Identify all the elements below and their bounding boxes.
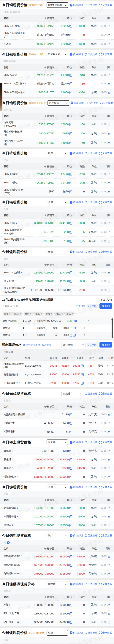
yen-detail-icon[interactable]: ¥ [70, 334, 72, 336]
yen-detail-icon[interactable]: ¥ [81, 373, 84, 376]
category-select[interactable]: 金属 [47, 484, 68, 490]
info-icon[interactable]: i [21, 564, 21, 566]
filter-chip[interactable]: 价格 [45, 312, 54, 316]
info-icon[interactable]: i [17, 515, 18, 518]
plus-detail-icon[interactable]: + [76, 320, 79, 322]
fullscreen-button[interactable]: 全屏 [87, 342, 98, 347]
yen-detail-icon[interactable]: ¥ [69, 467, 72, 470]
yen-detail-icon[interactable]: ¥ [70, 327, 72, 330]
history-chart-icon[interactable] [108, 555, 111, 558]
history-action[interactable]: 历史价格 [85, 53, 97, 56]
yen-detail-icon[interactable]: ¥ [69, 458, 72, 461]
yen-detail-icon[interactable]: ¥ [69, 612, 72, 615]
fullscreen-action[interactable]: 全屏查看 [99, 631, 112, 634]
yen-detail-icon[interactable]: ¥ [69, 123, 72, 126]
info-icon[interactable]: i [12, 458, 13, 461]
category-select[interactable]: 原材料 [47, 582, 68, 587]
history-chart-icon[interactable] [108, 240, 111, 242]
category-select[interactable]: 电解铝价格 [47, 52, 68, 57]
section-link[interactable]: 废铜企业报价 [29, 3, 44, 7]
yen-detail-icon[interactable]: ¥ [69, 91, 72, 94]
info-icon[interactable]: i [24, 91, 25, 94]
info-icon[interactable]: i [21, 572, 21, 575]
yen-detail-icon[interactable]: ¥ [69, 431, 72, 433]
history-chart-icon[interactable] [108, 467, 111, 470]
history-chart-icon[interactable] [108, 572, 111, 575]
history-chart-icon[interactable] [108, 25, 111, 27]
yen-detail-icon[interactable]: ¥ [69, 231, 72, 234]
yen-detail-icon[interactable]: ¥ [69, 507, 72, 510]
yen-detail-icon[interactable]: ¥ [69, 450, 72, 452]
yen-detail-icon[interactable]: ¥ [69, 604, 72, 606]
history-chart-icon[interactable] [108, 422, 111, 424]
section-link[interactable]: 废铝企业报价 [29, 53, 44, 56]
filter-chip[interactable]: 品名 [3, 312, 12, 316]
category-select[interactable]: 钨 [47, 533, 68, 538]
category-select[interactable]: 金属 [47, 200, 68, 205]
history-action[interactable]: 历史价格 [85, 486, 97, 489]
history-chart-icon[interactable] [108, 458, 111, 461]
help-action[interactable]: ?价格说明 [70, 250, 83, 254]
history-action[interactable]: 历史价格 [85, 534, 97, 537]
category-select[interactable]: SMM 1#电解 [47, 2, 68, 8]
fullscreen-action[interactable]: 全屏查看 [99, 200, 112, 204]
history-chart-icon[interactable] [108, 91, 111, 94]
fullscreen-action[interactable]: 全屏查看 [100, 101, 113, 105]
fullscreen-action[interactable]: 全屏查看 [99, 250, 112, 254]
history-chart-icon[interactable] [108, 181, 111, 184]
table-scrollbar[interactable] [112, 318, 113, 338]
filter-chip[interactable]: 材质 [24, 312, 33, 316]
help-action[interactable]: ?价格说明 [70, 152, 83, 155]
history-action[interactable]: 历史价格 [85, 631, 97, 634]
fullscreen-action[interactable]: 全屏查看 [99, 392, 112, 395]
yen-detail-icon[interactable]: ¥ [69, 524, 72, 527]
history-action[interactable]: 历史价格 [85, 582, 97, 586]
filter-chip[interactable]: 规格 [13, 312, 22, 316]
help-action[interactable]: ?价格说明 [70, 582, 83, 586]
info-icon[interactable]: i [8, 134, 8, 136]
info-icon[interactable]: i [12, 450, 13, 452]
yen-detail-icon[interactable]: ¥ [69, 173, 72, 176]
fullscreen-action[interactable]: 全屏查看 [99, 534, 112, 537]
fullscreen-action[interactable]: 全屏查看 [99, 582, 112, 586]
plus-detail-icon[interactable]: + [73, 327, 76, 330]
yen-detail-icon[interactable]: ¥ [69, 222, 72, 224]
history-chart-icon[interactable] [108, 141, 111, 144]
section-link[interactable]: 加入报价 [42, 343, 51, 346]
category-select[interactable]: 锂化合物 [61, 342, 86, 348]
history-action[interactable]: 历史价格 [86, 101, 98, 105]
yen-detail-icon[interactable]: ¥ [69, 190, 72, 193]
category-select[interactable]: 多晶硅 [61, 391, 83, 396]
history-chart-icon[interactable] [108, 190, 111, 193]
info-icon[interactable]: i [21, 555, 21, 558]
history-chart-icon[interactable] [108, 524, 111, 526]
help-action[interactable]: ?价格说明 [70, 631, 83, 634]
history-chart-icon[interactable] [108, 42, 111, 45]
section-link[interactable]: SMM尚镁价格 [29, 631, 44, 634]
yen-detail-icon[interactable]: ¥ [69, 422, 72, 424]
yen-detail-icon[interactable]: ¥ [69, 280, 72, 283]
history-chart-icon[interactable] [108, 621, 111, 624]
scroll-up-arrow[interactable] [112, 318, 113, 320]
history-action[interactable]: 历史价格 [73, 304, 86, 308]
yen-detail-icon[interactable]: ¥ [69, 82, 72, 85]
fullscreen-button[interactable]: 全屏 [87, 304, 98, 308]
yen-detail-icon[interactable]: ¥ [69, 142, 72, 144]
category-select[interactable]: 镁锭 [47, 630, 68, 636]
history-chart-icon[interactable] [108, 222, 111, 224]
info-icon[interactable]: i [7, 35, 8, 38]
help-action[interactable]: ?价格说明 [70, 53, 83, 56]
info-icon[interactable]: i [12, 466, 13, 470]
history-chart-icon[interactable] [108, 280, 111, 282]
history-chart-icon[interactable] [108, 430, 111, 433]
history-chart-icon[interactable] [108, 450, 111, 452]
yen-detail-icon[interactable]: ¥ [69, 516, 72, 518]
yen-detail-icon[interactable]: ¥ [81, 364, 84, 367]
help-action[interactable]: ?价格说明 [70, 486, 83, 489]
history-chart-icon[interactable] [108, 271, 111, 274]
yen-detail-icon[interactable]: ¥ [69, 572, 72, 575]
history-action[interactable]: 历史价格 [85, 250, 97, 254]
yen-detail-icon[interactable]: ¥ [69, 413, 72, 416]
info-icon[interactable]: i [19, 373, 20, 376]
print-button[interactable]: 打印 [100, 304, 112, 309]
